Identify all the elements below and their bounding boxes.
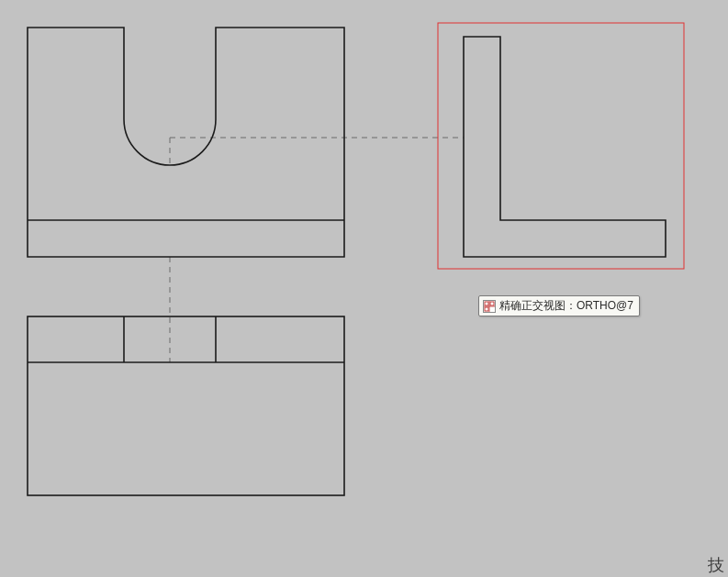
selection-rectangle[interactable] — [438, 23, 684, 269]
side-view-outline — [464, 37, 666, 257]
top-view-outline — [28, 316, 344, 495]
projection-lines — [170, 138, 464, 362]
corner-glyph: 技 — [708, 557, 724, 575]
ortho-view-icon — [483, 300, 496, 313]
ortho-view-tooltip: 精确正交视图：ORTHO@7 — [478, 295, 640, 316]
top-view[interactable] — [28, 316, 344, 495]
side-view[interactable] — [464, 37, 666, 257]
drawing-canvas[interactable] — [0, 0, 728, 577]
tooltip-label: 精确正交视图：ORTHO@7 — [499, 298, 633, 314]
front-view[interactable] — [28, 28, 344, 257]
front-view-outline — [28, 28, 344, 257]
